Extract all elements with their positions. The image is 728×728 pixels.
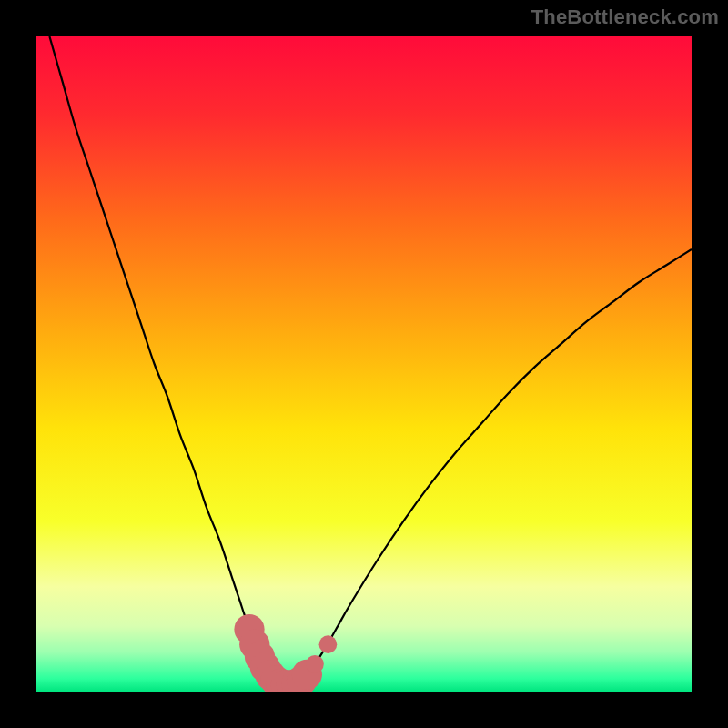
curve-path [49,36,692,685]
bottleneck-curve [36,36,692,692]
plot-area [36,36,692,692]
chart-frame: TheBottleneck.com [0,0,728,728]
watermark-label: TheBottleneck.com [531,5,719,29]
highlight-marker [306,655,324,673]
highlight-marker [319,635,338,653]
